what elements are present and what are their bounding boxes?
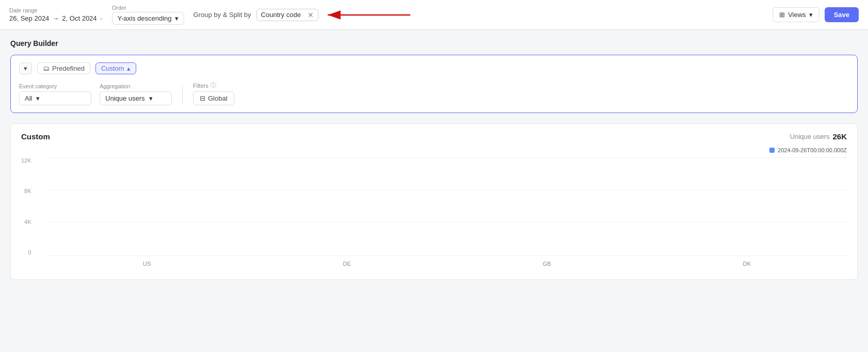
filters-label: Filters ⓘ <box>193 82 234 89</box>
grid-line-bottom <box>47 255 847 256</box>
order-label: Order <box>112 5 184 11</box>
qb-fields-row: Event category All ▾ Aggregation Unique … <box>19 82 849 105</box>
chevron-down-icon: ▾ <box>809 11 813 19</box>
aggregation-label: Aggregation <box>100 83 172 89</box>
chart-legend: 2024-09-26T00:00:00.000Z <box>21 147 847 153</box>
event-category-group: Event category All ▾ <box>19 83 91 105</box>
calendar-icon: ▫ <box>100 14 103 23</box>
red-arrow-annotation <box>323 8 415 22</box>
group-split-section: Group by & Split by Country code ✕ <box>194 8 415 22</box>
info-icon: ⓘ <box>211 82 216 89</box>
chevron-down-icon: ▾ <box>149 94 153 102</box>
bar-label-dk: DK <box>743 261 751 267</box>
views-icon: ⊞ <box>779 11 785 19</box>
predefined-button[interactable]: 🗂 Predefined <box>37 62 90 74</box>
legend-date: 2024-09-26T00:00:00.000Z <box>778 147 847 153</box>
date-range-row[interactable]: 26, Sep 2024 → 2, Oct 2024 ▫ <box>9 14 103 23</box>
aggregation-value: Unique users <box>105 94 145 102</box>
save-button[interactable]: Save <box>825 7 859 22</box>
global-filter-tag[interactable]: ⊟ Global <box>193 91 234 105</box>
collapse-button[interactable]: ▾ <box>19 62 32 74</box>
global-label: Global <box>208 94 228 102</box>
custom-button[interactable]: Custom ▴ <box>95 62 136 74</box>
chevron-down-icon: ▾ <box>175 14 179 22</box>
filters-group: Filters ⓘ ⊟ Global <box>193 82 234 105</box>
query-builder-box: ▾ 🗂 Predefined Custom ▴ Event category A… <box>10 55 858 113</box>
chart-area: 12K 8K 4K 0 US DE <box>21 157 847 271</box>
filter-icon: ⊟ <box>200 94 205 102</box>
order-group: Order Y-axis descending ▾ <box>112 5 184 25</box>
country-code-value: Country code <box>261 11 301 19</box>
top-bar-right: ⊞ Views ▾ Save <box>773 7 859 22</box>
date-range-group: Date range 26, Sep 2024 → 2, Oct 2024 ▫ <box>9 7 103 23</box>
y-label-8k: 8K <box>24 188 31 194</box>
date-arrow: → <box>52 14 59 22</box>
chart-meta: Unique users 26K <box>790 132 847 141</box>
group-split-label: Group by & Split by <box>194 9 256 21</box>
folder-icon: 🗂 <box>43 65 50 72</box>
query-builder-title: Query Builder <box>10 39 858 47</box>
metric-value: 26K <box>832 132 847 141</box>
page-content: Query Builder ▾ 🗂 Predefined Custom ▴ Ev… <box>0 30 868 289</box>
top-bar-left: Date range 26, Sep 2024 → 2, Oct 2024 ▫ … <box>9 5 415 25</box>
y-axis: 12K 8K 4K 0 <box>21 157 36 255</box>
y-label-0: 0 <box>28 249 31 255</box>
aggregation-select[interactable]: Unique users ▾ <box>100 91 172 105</box>
date-start: 26, Sep 2024 <box>9 14 49 22</box>
chevron-down-icon: ▾ <box>24 65 27 72</box>
metric-label: Unique users <box>790 133 830 140</box>
chevron-up-icon: ▴ <box>127 65 131 72</box>
bar-label-us: US <box>143 261 151 267</box>
chart-title: Custom <box>21 132 50 141</box>
order-value: Y-axis descending <box>118 14 172 22</box>
close-icon[interactable]: ✕ <box>308 11 314 19</box>
chart-header: Custom Unique users 26K <box>21 132 847 141</box>
country-code-tag[interactable]: Country code ✕ <box>256 9 318 21</box>
chart-section: Custom Unique users 26K 2024-09-26T00:00… <box>10 123 858 280</box>
event-category-select[interactable]: All ▾ <box>19 91 91 105</box>
views-button[interactable]: ⊞ Views ▾ <box>773 7 819 22</box>
event-category-value: All <box>25 94 32 102</box>
y-label-4k: 4K <box>24 219 31 225</box>
views-label: Views <box>788 11 806 19</box>
filters-text: Filters <box>193 83 208 89</box>
bar-label-gb: GB <box>543 261 551 267</box>
legend-dot <box>769 148 775 153</box>
custom-label: Custom <box>101 65 124 72</box>
top-bar: Date range 26, Sep 2024 → 2, Oct 2024 ▫ … <box>0 0 868 30</box>
qb-top-row: ▾ 🗂 Predefined Custom ▴ <box>19 62 849 74</box>
event-category-label: Event category <box>19 83 91 89</box>
aggregation-group: Aggregation Unique users ▾ <box>100 83 172 105</box>
bars-row: US DE GB DK <box>47 157 847 255</box>
vertical-divider <box>182 86 183 104</box>
predefined-label: Predefined <box>52 65 85 72</box>
chevron-down-icon: ▾ <box>36 94 40 102</box>
order-select[interactable]: Y-axis descending ▾ <box>112 12 184 25</box>
date-end: 2, Oct 2024 <box>62 14 97 22</box>
y-label-12k: 12K <box>21 157 31 164</box>
date-range-label: Date range <box>9 7 103 13</box>
bar-label-de: DE <box>343 261 351 267</box>
